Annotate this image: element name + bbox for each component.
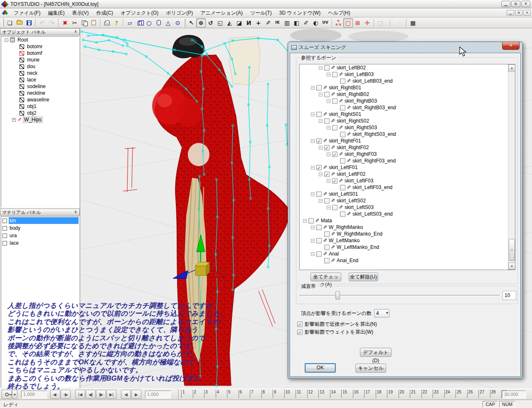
object-item-awaseline[interactable]: awaseline [1,96,79,103]
paint-tool-button[interactable]: ✐ [301,18,311,27]
material-checkbox[interactable] [2,226,7,231]
tree-expander-icon[interactable]: + [12,118,16,122]
create-sphere-button[interactable]: ○ [144,18,154,27]
object-item-sodeline[interactable]: sodeline [1,83,79,90]
restore-button[interactable]: ⧉ [511,1,520,7]
menu-o[interactable]: オブジェクト(O) [117,9,162,17]
texture-rotate-button[interactable]: ◐ [311,18,320,27]
bone-item-Mata[interactable]: −✎Mata [300,217,515,224]
material-item-ura[interactable]: ura [1,232,79,239]
menu-v[interactable]: 表示(V) [68,9,92,17]
uv-edit-button[interactable]: UV [320,18,330,27]
tree-expander-icon[interactable]: − [311,139,315,143]
snap-button[interactable]: + [254,18,263,27]
bone-checkbox[interactable] [332,72,337,77]
polygon-display-button[interactable]: ▢ [343,18,353,27]
bone-item-skirt_LeftS03[interactable]: −✎skirt_LeftS03 [300,204,515,211]
bone-checkbox[interactable] [324,231,330,237]
tree-expander-icon[interactable]: − [311,226,315,229]
bone-item-skirt_LeftB03[interactable]: −✎skirt_LeftB03 [300,71,515,78]
tree-expander-icon[interactable]: − [311,86,315,90]
bone-checkbox[interactable] [340,211,345,217]
menu-p[interactable]: ポリゴン(P) [162,9,197,17]
menu-c[interactable]: 作成(C) [92,9,117,17]
bone-checkbox[interactable] [324,245,330,250]
toolbar-grip[interactable] [2,19,4,27]
bone-item-skirt_RightB03_end[interactable]: ✎skirt_RightB03_end [300,104,515,111]
bone-checkbox[interactable] [340,79,345,84]
toolbar-grip[interactable] [184,19,185,27]
ik-tool-button[interactable]: IK [273,18,282,27]
bone-item-skirt_LeftF03_end[interactable]: ✎skirt_LeftF03_end [300,184,515,191]
object-item-lace[interactable]: lace [1,76,79,83]
scroll-down-icon[interactable]: ▼ [508,263,515,270]
bone-checkbox[interactable] [324,65,330,71]
vertex-edit-button[interactable]: И [244,18,254,27]
prev-keyframe-button[interactable]: ◀▫ [50,390,60,399]
rotate-tool-button[interactable]: ↺ [206,18,215,27]
bone-checkbox[interactable] [316,192,322,197]
tree-expander-icon[interactable]: − [303,219,307,223]
timeline-ruler[interactable]: 1234567891011121314151617181920212223242… [178,389,532,400]
bone-item-skirt_LeftS01[interactable]: −✎skirt_LeftS01 [300,191,515,197]
minimize-button[interactable]: ▁ [501,1,510,7]
tree-expander-icon[interactable]: − [327,73,330,76]
solid-display-button[interactable]: ◧ [292,18,301,27]
near-bones-checkbox[interactable]: ✓ [297,322,303,327]
bone-item-skirt_RightF03[interactable]: −✓✎skirt_RightF03 [300,151,515,157]
create-cube-button[interactable] [135,18,144,27]
last-frame-button[interactable]: ▶| [106,390,116,399]
tree-expander-icon[interactable]: − [327,206,330,209]
copy-button[interactable] [79,18,89,27]
object-item-obj2[interactable]: obj2 [1,110,79,116]
object-panel-close-icon[interactable]: x [73,29,78,34]
create-plane-button[interactable]: ▱ [125,18,135,27]
select-tool-button[interactable]: ↖ [187,18,196,27]
ok-button[interactable]: OK [305,363,336,373]
bone-checkbox[interactable] [316,85,322,91]
title-bar[interactable]: TOYSTUDIO - [N457CHIN_K00Out.toy] ▁ ⧉ ✕ [0,0,532,8]
material-item-lace[interactable]: lace [1,239,79,247]
object-item-W_Hips[interactable]: +✎W_Hips [1,116,79,123]
bone-checkbox[interactable] [332,205,337,210]
object-item-neck[interactable]: neck [1,70,79,76]
bone-item-skirt_RightF01[interactable]: −✓✎skirt_RightF01 [300,138,515,144]
bone-checkbox[interactable]: ✓ [332,152,337,157]
bone-checkbox[interactable] [340,185,345,190]
end-frame-field[interactable]: 30.000 [502,391,526,398]
bone-item-skirt_RightF03_end[interactable]: ✎skirt_RightF03_end [300,157,515,164]
bone-item-skirt_LeftF02[interactable]: −✓✎skirt_LeftF02 [300,171,515,177]
object-item-dou[interactable]: dou [1,63,79,70]
object-item-botomr[interactable]: botomr [1,43,79,50]
bone-checkbox[interactable] [332,98,337,104]
bone-checkbox[interactable] [332,125,337,130]
bone-item-W_LeftManko_End[interactable]: ✎W_LeftManko_End [300,244,515,251]
tree-expander-icon[interactable]: − [311,192,315,196]
prev-frame-button[interactable]: ◀| [86,390,96,399]
object-item-botomf[interactable]: botomf [1,50,79,57]
tree-expander-icon[interactable]: − [311,252,315,256]
scroll-up-icon[interactable]: ▲ [508,64,515,71]
bone-checkbox[interactable] [308,218,314,224]
bone-item-skirt_LeftS02[interactable]: −✎skirt_LeftS02 [300,197,515,204]
tree-expander-icon[interactable]: − [311,166,315,170]
menu-dw[interactable]: 3D ウィンドウ(W) [276,9,324,17]
bone-checkbox[interactable] [324,258,330,263]
gradient-display-button[interactable]: ▥ [282,18,292,27]
bone-item-skirt_LeftF03[interactable]: −✓✎skirt_LeftF03 [300,177,515,184]
dialog-title-bar[interactable]: スムーズ スキニング [291,44,346,51]
tree-expander-icon[interactable]: − [311,239,315,243]
play-backward-button[interactable]: ◀ [121,390,131,399]
bone-checkbox[interactable] [316,251,322,257]
tree-expander-icon[interactable]: − [5,38,8,42]
bone-checkbox[interactable]: ✓ [324,145,330,150]
bone-checkbox[interactable]: ✓ [324,172,330,177]
bone-tree[interactable]: −✎skirt_LeftB02−✎skirt_LeftB03✎skirt_Lef… [299,64,515,270]
grid-display-button[interactable]: ⊞ [353,18,362,27]
bone-item-W_RightManko[interactable]: −✎W_RightManko [300,224,515,231]
menu-e[interactable]: 編集(E) [44,9,68,17]
scale-tool-button[interactable]: ◱ [215,18,225,27]
tree-expander-icon[interactable]: − [319,172,323,176]
material-item-kin[interactable]: kin [1,217,79,224]
bone-item-skirt_RightB02[interactable]: −✎skirt_RightB02 [300,91,515,98]
